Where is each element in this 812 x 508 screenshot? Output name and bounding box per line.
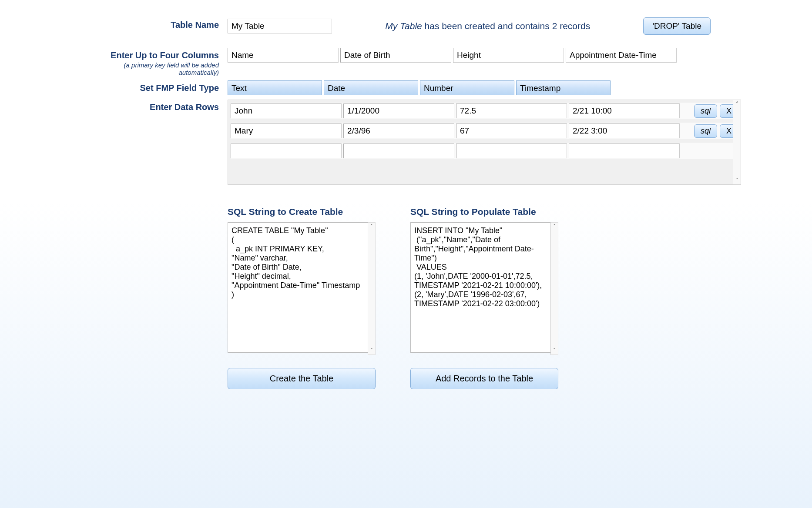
status-message: My Table has been created and contains 2… <box>336 21 640 31</box>
column-name-3[interactable] <box>566 48 677 63</box>
column-name-0[interactable] <box>228 48 339 63</box>
scroll-down-icon[interactable]: ˅ <box>736 177 738 184</box>
scrollbar[interactable]: ˄ ˅ <box>368 222 376 355</box>
scroll-up-icon[interactable]: ˄ <box>736 100 738 108</box>
scroll-down-icon[interactable]: ˅ <box>370 347 373 354</box>
cell-0-3[interactable] <box>569 104 680 118</box>
scroll-up-icon[interactable]: ˄ <box>370 223 373 231</box>
cell-2-2[interactable] <box>456 144 567 158</box>
scroll-down-icon[interactable]: ˅ <box>553 347 556 354</box>
field-type-0[interactable]: Text <box>228 80 322 95</box>
field-type-3[interactable]: Timestamp <box>516 80 611 95</box>
data-row: sql X <box>231 123 738 139</box>
cell-2-3[interactable] <box>569 144 680 158</box>
cell-0-2[interactable] <box>456 104 567 118</box>
status-rest: has been created and contains 2 records <box>422 21 590 31</box>
sql-insert-heading: SQL String to Populate Table <box>410 207 558 217</box>
row-sql-button[interactable]: sql <box>694 124 717 138</box>
table-name-input[interactable] <box>228 19 332 33</box>
cell-1-3[interactable] <box>569 124 680 138</box>
cell-1-0[interactable] <box>231 124 342 138</box>
label-data-rows: Enter Data Rows <box>101 100 228 112</box>
status-table-name: My Table <box>385 21 422 31</box>
create-table-button[interactable]: Create the Table <box>228 368 376 389</box>
scrollbar[interactable]: ˄ ˅ <box>550 222 558 355</box>
scroll-up-icon[interactable]: ˄ <box>553 223 556 231</box>
cell-2-1[interactable] <box>343 144 454 158</box>
cell-0-0[interactable] <box>231 104 342 118</box>
sql-create-textarea[interactable] <box>228 222 376 353</box>
data-rows-area: sql X sql X <box>228 100 741 185</box>
sql-create-heading: SQL String to Create Table <box>228 207 376 217</box>
label-field-type: Set FMP Field Type <box>101 80 228 93</box>
label-columns: Enter Up to Four Columns (a primary key … <box>101 48 228 76</box>
cell-1-2[interactable] <box>456 124 567 138</box>
add-records-button[interactable]: Add Records to the Table <box>410 368 558 389</box>
field-type-1[interactable]: Date <box>324 80 418 95</box>
row-sql-button[interactable]: sql <box>694 104 717 118</box>
column-name-2[interactable] <box>453 48 564 63</box>
cell-0-1[interactable] <box>343 104 454 118</box>
drop-table-button[interactable]: 'DROP' Table <box>643 17 711 35</box>
scrollbar[interactable]: ˄ ˅ <box>733 100 741 184</box>
label-table-name: Table Name <box>101 17 228 30</box>
sql-insert-textarea[interactable] <box>410 222 558 353</box>
data-row: sql X <box>231 103 738 119</box>
cell-2-0[interactable] <box>231 144 342 158</box>
field-type-2[interactable]: Number <box>420 80 514 95</box>
column-name-1[interactable] <box>340 48 451 63</box>
data-row <box>231 143 738 159</box>
cell-1-1[interactable] <box>343 124 454 138</box>
